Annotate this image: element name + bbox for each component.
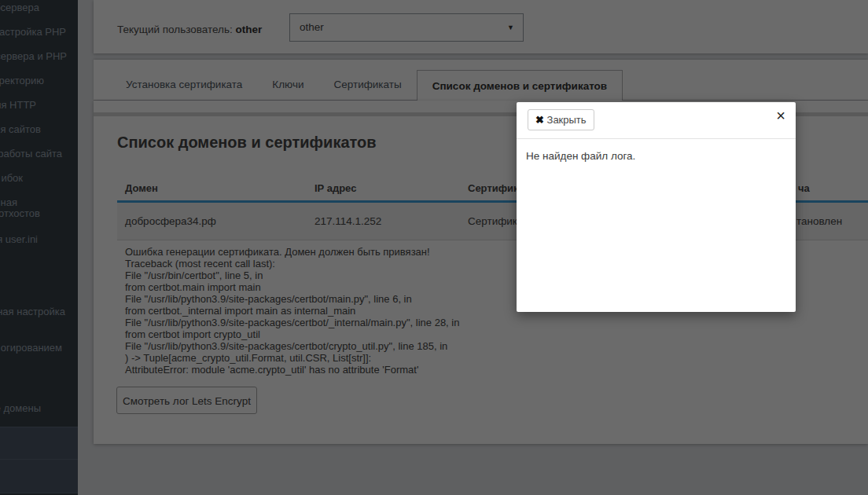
screen: бсервера астройка PHP сервера и PHP рект… (0, 0, 868, 495)
modal-body: Не найден файл лога. (517, 139, 796, 173)
close-x-icon: ✖ (535, 114, 544, 126)
modal-close-button[interactable]: ✖ Закрыть (528, 109, 594, 130)
log-modal: ✖ Закрыть × Не найден файл лога. (517, 102, 796, 312)
modal-close-button-label: Закрыть (547, 114, 587, 126)
modal-message: Не найден файл лога. (526, 150, 635, 162)
modal-header: ✖ Закрыть × (517, 102, 796, 139)
close-icon[interactable]: × (776, 108, 785, 123)
